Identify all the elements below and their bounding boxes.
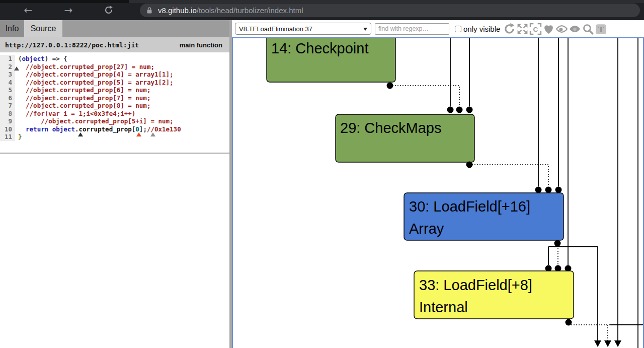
input-port (555, 187, 562, 193)
code-line[interactable]: 6 //object.corrupted_prop[7] = num; (0, 94, 229, 102)
browser-reload-icon[interactable] (102, 3, 116, 17)
source-panel: Info Source http://127.0.0.1:8222/poc.ht… (0, 20, 229, 348)
active-tab-strip (129, 0, 644, 3)
code-line[interactable]: 1(object) => { (0, 55, 229, 63)
code-marker-current (136, 132, 141, 136)
input-port (447, 107, 454, 113)
code-view: 1(object) => {2 //object.corrupted_prop[… (0, 52, 229, 154)
toggle-types-icon[interactable]: T (595, 23, 607, 35)
tab-info[interactable]: Info (0, 20, 24, 37)
tab-source[interactable]: Source (24, 20, 62, 37)
input-port (466, 107, 473, 113)
toggle-hide-dead-icon[interactable] (542, 23, 555, 35)
expand-all-icon[interactable] (516, 23, 529, 35)
code-marker (14, 66, 19, 71)
code-line[interactable]: 8 //for(var i = 1;i<0x3fe4;i++) (0, 110, 229, 118)
input-port (456, 107, 463, 113)
svg-text:T: T (598, 24, 604, 34)
code-marker (78, 132, 83, 136)
output-port (466, 162, 473, 168)
source-url: http://127.0.0.1:8222/poc.html:jit (5, 41, 139, 49)
graph-panel: V8.TFLoadElimination 37 only visible (232, 20, 644, 348)
svg-text:C: C (533, 25, 538, 33)
browser-back-icon[interactable]: ← (21, 3, 35, 17)
graph-pane: 14: Checkpoint 29: CheckMaps 30: LoadFie… (232, 37, 644, 348)
graph-node-30[interactable]: 30: LoadField[+16] Array (404, 193, 564, 240)
panel-tabbar: Info Source (0, 20, 229, 37)
search-input[interactable] (375, 23, 449, 35)
code-line[interactable]: 9 //object.corrupted_prop[5+i] = num; (0, 117, 229, 125)
code-line[interactable]: 10 return object.corrupted_prop[0];//0x1… (0, 125, 229, 133)
output-port (554, 240, 561, 247)
code-line[interactable]: 11} (0, 133, 229, 141)
zoom-to-selection-icon[interactable]: C (529, 23, 542, 35)
graph-node-14[interactable]: 14: Checkpoint (267, 38, 395, 82)
code-line[interactable]: 5 //object.corrupted_prop[6] = num; (0, 86, 229, 94)
output-port (566, 319, 572, 326)
svg-text:Internal: Internal (419, 299, 468, 315)
url-text: v8.github.io/tools/head/turbolizer/index… (158, 6, 303, 15)
svg-text:14: Checkpoint: 14: Checkpoint (271, 40, 368, 56)
svg-text:33: LoadField[+8]: 33: LoadField[+8] (419, 277, 532, 293)
input-port (535, 187, 542, 193)
browser-forward-icon[interactable]: → (61, 3, 75, 17)
code-line[interactable]: 2 //object.corrupted_prop[27] = num; (0, 63, 229, 71)
graph-toolbar: V8.TFLoadElimination 37 only visible (232, 20, 644, 37)
url-bar[interactable]: v8.github.io/tools/head/turbolizer/index… (140, 4, 640, 17)
graph-node-29[interactable]: 29: CheckMaps (336, 114, 474, 162)
relayout-graph-icon[interactable] (503, 23, 516, 35)
code-line[interactable]: 4 //object.corrupted_prop[5] = array1[2]… (0, 79, 229, 87)
graph-node-33[interactable]: 33: LoadField[+8] Internal (414, 271, 574, 319)
svg-text:30: LoadField[+16]: 30: LoadField[+16] (409, 198, 530, 215)
svg-text:29: CheckMaps: 29: CheckMaps (340, 120, 442, 136)
toolbar-icons: C T (503, 23, 608, 35)
browser-chrome: ← → v8.github.io/tools/head/turbolizer/i… (0, 0, 644, 20)
phase-select[interactable]: V8.TFLoadElimination 37 (235, 23, 371, 35)
zoom-search-icon[interactable] (582, 23, 594, 35)
show-hidden-icon[interactable] (555, 23, 568, 35)
lock-icon (146, 7, 153, 14)
edge-arrowheads (594, 340, 621, 347)
code-marker (150, 132, 155, 136)
svg-text:Array: Array (409, 221, 444, 237)
function-name: main function (180, 41, 222, 49)
source-header: http://127.0.0.1:8222/poc.html:jit main … (0, 37, 229, 52)
hide-unselected-icon[interactable] (569, 23, 581, 35)
output-port (387, 83, 393, 89)
code-line[interactable]: 7 //object.corrupted_prop[8] = num; (0, 102, 229, 110)
code-lines: 1(object) => {2 //object.corrupted_prop[… (0, 52, 229, 141)
code-line[interactable]: 3 //object.corrupted_prop[4] = array1[1]… (0, 71, 229, 79)
input-port (545, 187, 552, 193)
graph-canvas[interactable]: 14: Checkpoint 29: CheckMaps 30: LoadFie… (233, 38, 643, 348)
only-visible-label: only visible (463, 25, 500, 33)
only-visible-checkbox[interactable] (455, 26, 461, 32)
